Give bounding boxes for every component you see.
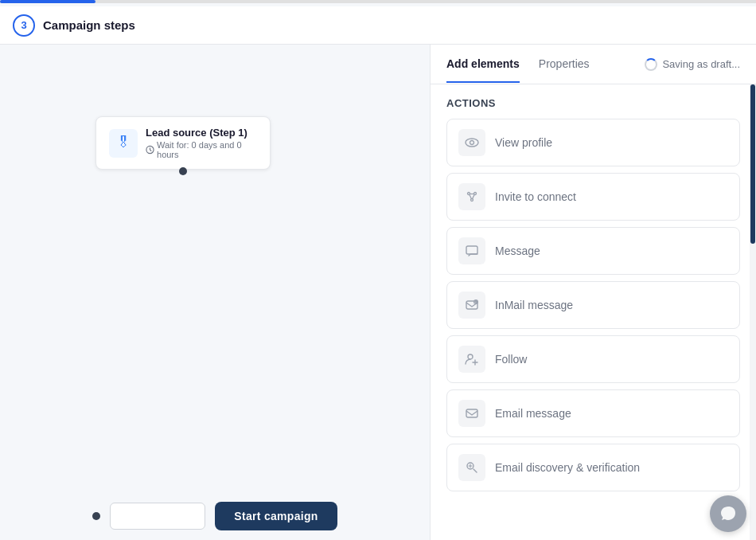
tab-add-elements[interactable]: Add elements [446, 46, 520, 83]
page-title: Campaign steps [43, 18, 135, 32]
svg-rect-9 [466, 246, 477, 254]
right-panel: Add elements Properties Saving as draft.… [430, 45, 756, 540]
email-message-icon [458, 400, 485, 427]
progress-bar [0, 0, 756, 3]
action-invite-connect[interactable]: Invite to connect [446, 173, 740, 221]
tabs-bar: Add elements Properties Saving as draft.… [431, 45, 756, 84]
svg-line-7 [470, 194, 472, 198]
header: 3 Campaign steps [0, 6, 756, 45]
actions-section-title: Actions [446, 97, 740, 109]
action-email-discovery[interactable]: Email discovery & verification [446, 444, 740, 491]
inmail-icon: i [458, 292, 485, 319]
tab-properties[interactable]: Properties [539, 46, 590, 83]
email-discovery-icon [458, 454, 485, 481]
step-node-icon: 🎖 [109, 129, 138, 158]
connector-dot [92, 512, 100, 520]
action-email-discovery-label: Email discovery & verification [495, 461, 640, 474]
step-node-connector-dot [179, 167, 187, 175]
progress-bar-fill [0, 0, 95, 3]
actions-section: Actions View profile [431, 84, 756, 540]
main-layout: 🎖 Lead source (Step 1) Wait for: 0 days … [0, 45, 756, 540]
step-node-subtitle: Wait for: 0 days and 0 hours [146, 140, 257, 159]
step-node-title: Lead source (Step 1) [146, 127, 257, 139]
svg-point-2 [470, 141, 474, 145]
canvas-bottom: Start campaign [0, 492, 430, 540]
follow-icon [458, 346, 485, 373]
invite-connect-icon [458, 183, 485, 210]
message-icon [458, 237, 485, 264]
step-node-content: Lead source (Step 1) Wait for: 0 days an… [146, 127, 257, 159]
action-view-profile[interactable]: View profile [446, 119, 740, 166]
chat-widget-icon [719, 505, 737, 522]
svg-line-8 [473, 194, 475, 198]
step-input-field[interactable] [110, 503, 205, 530]
action-inmail-label: InMail message [495, 299, 573, 311]
action-message-label: Message [495, 245, 540, 257]
action-follow-label: Follow [495, 353, 527, 366]
action-invite-connect-label: Invite to connect [495, 190, 576, 203]
step-badge: 3 [13, 14, 35, 37]
svg-point-13 [468, 354, 473, 359]
svg-point-3 [468, 193, 470, 195]
view-profile-icon [458, 129, 485, 156]
clock-icon [146, 145, 154, 155]
svg-point-1 [466, 139, 478, 147]
start-campaign-button[interactable]: Start campaign [215, 502, 337, 530]
svg-point-4 [474, 193, 477, 195]
saving-text: Saving as draft... [662, 58, 740, 70]
step-node[interactable]: 🎖 Lead source (Step 1) Wait for: 0 days … [95, 116, 271, 170]
svg-rect-14 [466, 409, 477, 417]
svg-text:i: i [475, 300, 476, 304]
action-follow[interactable]: Follow [446, 335, 740, 383]
action-email-message-label: Email message [495, 407, 571, 420]
action-email-message[interactable]: Email message [446, 389, 740, 437]
canvas-panel: 🎖 Lead source (Step 1) Wait for: 0 days … [0, 45, 430, 540]
saving-indicator: Saving as draft... [645, 58, 740, 71]
action-message[interactable]: Message [446, 227, 740, 275]
scrollbar-track [750, 84, 756, 540]
chat-widget-button[interactable] [710, 495, 746, 532]
action-inmail-message[interactable]: i InMail message [446, 281, 740, 329]
scrollbar-thumb[interactable] [750, 84, 755, 244]
action-view-profile-label: View profile [495, 136, 552, 149]
saving-spinner-icon [645, 58, 657, 71]
